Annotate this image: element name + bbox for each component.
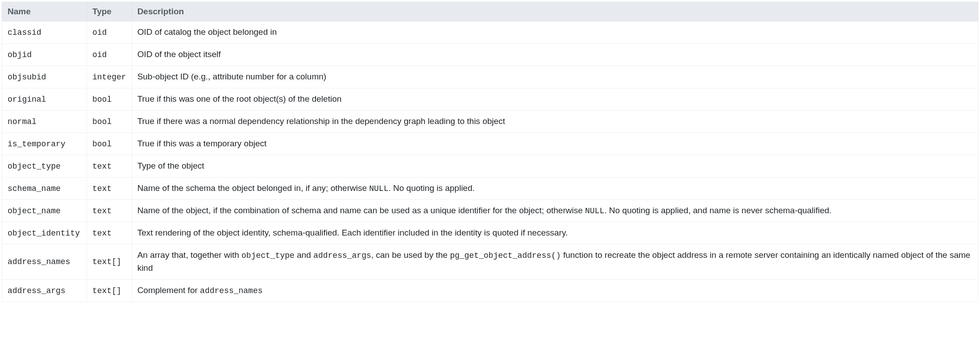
column-name-code: objid bbox=[8, 50, 32, 59]
column-type-code: text bbox=[92, 229, 112, 238]
column-type-code: text bbox=[92, 207, 112, 215]
cell-name: address_names bbox=[2, 244, 87, 280]
cell-description: An array that, together with object_type… bbox=[132, 244, 978, 280]
column-name-code: schema_name bbox=[8, 184, 61, 193]
cell-type: text bbox=[87, 155, 132, 178]
table-row: address_namestext[]An array that, togeth… bbox=[2, 244, 978, 280]
cell-name: address_args bbox=[2, 279, 87, 302]
description-text: Type of the object bbox=[137, 161, 204, 170]
columns-table: Name Type Description classidoidOID of c… bbox=[2, 2, 978, 302]
table-row: is_temporaryboolTrue if this was a tempo… bbox=[2, 133, 978, 155]
inline-code: NULL bbox=[585, 207, 604, 215]
description-text: Name of the object, if the combination o… bbox=[137, 206, 585, 215]
description-text: True if there was a normal dependency re… bbox=[137, 116, 505, 126]
column-type-code: text[] bbox=[92, 257, 121, 266]
inline-code: NULL bbox=[369, 184, 388, 193]
cell-type: bool bbox=[87, 111, 132, 133]
cell-description: True if this was a temporary object bbox=[132, 133, 978, 155]
header-name: Name bbox=[2, 2, 87, 21]
column-name-code: object_name bbox=[8, 207, 61, 215]
table-row: object_nametextName of the object, if th… bbox=[2, 200, 978, 222]
column-type-code: bool bbox=[92, 95, 112, 104]
cell-type: bool bbox=[87, 133, 132, 155]
column-type-code: text bbox=[92, 162, 112, 171]
cell-description: True if this was one of the root object(… bbox=[132, 88, 978, 111]
cell-description: True if there was a normal dependency re… bbox=[132, 111, 978, 133]
column-type-code: bool bbox=[92, 117, 112, 126]
column-type-code: oid bbox=[92, 50, 107, 59]
table-row: object_identitytextText rendering of the… bbox=[2, 222, 978, 244]
cell-name: is_temporary bbox=[2, 133, 87, 155]
cell-type: oid bbox=[87, 44, 132, 66]
cell-type: bool bbox=[87, 88, 132, 111]
table-row: objsubidintegerSub-object ID (e.g., attr… bbox=[2, 66, 978, 88]
cell-name: normal bbox=[2, 111, 87, 133]
table-row: originalboolTrue if this was one of the … bbox=[2, 88, 978, 111]
cell-type: text[] bbox=[87, 244, 132, 280]
header-description: Description bbox=[132, 2, 978, 21]
description-text: OID of the object itself bbox=[137, 50, 221, 59]
inline-code: pg_get_object_address() bbox=[450, 251, 561, 260]
cell-description: Name of the schema the object belonged i… bbox=[132, 178, 978, 200]
inline-code: address_names bbox=[200, 286, 262, 295]
column-type-code: oid bbox=[92, 28, 107, 37]
column-name-code: classid bbox=[8, 28, 42, 37]
cell-description: OID of the object itself bbox=[132, 44, 978, 66]
description-text: Name of the schema the object belonged i… bbox=[137, 183, 370, 193]
cell-name: object_identity bbox=[2, 222, 87, 244]
table-row: schema_nametextName of the schema the ob… bbox=[2, 178, 978, 200]
inline-code: address_args bbox=[313, 251, 371, 260]
cell-name: object_name bbox=[2, 200, 87, 222]
column-type-code: integer bbox=[92, 73, 126, 82]
description-text: . No quoting is applied, and name is nev… bbox=[604, 206, 831, 215]
cell-description: Complement for address_names bbox=[132, 279, 978, 302]
description-text: and bbox=[295, 250, 313, 260]
table-row: object_typetextType of the object bbox=[2, 155, 978, 178]
description-text: An array that, together with bbox=[137, 250, 241, 260]
cell-description: Name of the object, if the combination o… bbox=[132, 200, 978, 222]
column-name-code: address_names bbox=[8, 257, 70, 266]
cell-type: oid bbox=[87, 21, 132, 44]
cell-name: object_type bbox=[2, 155, 87, 178]
column-type-code: text[] bbox=[92, 286, 121, 295]
column-type-code: bool bbox=[92, 140, 112, 149]
cell-type: integer bbox=[87, 66, 132, 88]
column-name-code: original bbox=[8, 95, 46, 104]
description-text: Sub-object ID (e.g., attribute number fo… bbox=[137, 72, 326, 81]
table-row: objidoidOID of the object itself bbox=[2, 44, 978, 66]
column-name-code: object_type bbox=[8, 162, 61, 171]
column-name-code: normal bbox=[8, 117, 37, 126]
cell-description: Type of the object bbox=[132, 155, 978, 178]
description-text: OID of catalog the object belonged in bbox=[137, 27, 277, 37]
table-row: normalboolTrue if there was a normal dep… bbox=[2, 111, 978, 133]
description-text: Text rendering of the object identity, s… bbox=[137, 228, 568, 237]
description-text: True if this was one of the root object(… bbox=[137, 94, 342, 103]
description-text: , can be used by the bbox=[371, 250, 450, 260]
inline-code: object_type bbox=[241, 251, 295, 260]
cell-type: text bbox=[87, 200, 132, 222]
column-name-code: is_temporary bbox=[8, 140, 66, 149]
column-type-code: text bbox=[92, 184, 112, 193]
cell-name: schema_name bbox=[2, 178, 87, 200]
column-name-code: objsubid bbox=[8, 73, 46, 82]
description-text: True if this was a temporary object bbox=[137, 139, 267, 148]
description-text: Complement for bbox=[137, 285, 200, 295]
cell-description: Text rendering of the object identity, s… bbox=[132, 222, 978, 244]
cell-type: text bbox=[87, 222, 132, 244]
cell-type: text[] bbox=[87, 279, 132, 302]
column-name-code: address_args bbox=[8, 286, 66, 295]
table-header-row: Name Type Description bbox=[2, 2, 978, 21]
cell-name: original bbox=[2, 88, 87, 111]
description-text: . No quoting is applied. bbox=[388, 183, 474, 193]
table-row: classidoidOID of catalog the object belo… bbox=[2, 21, 978, 44]
cell-type: text bbox=[87, 178, 132, 200]
cell-name: objsubid bbox=[2, 66, 87, 88]
cell-description: Sub-object ID (e.g., attribute number fo… bbox=[132, 66, 978, 88]
column-name-code: object_identity bbox=[8, 229, 80, 238]
cell-name: objid bbox=[2, 44, 87, 66]
cell-name: classid bbox=[2, 21, 87, 44]
header-type: Type bbox=[87, 2, 132, 21]
cell-description: OID of catalog the object belonged in bbox=[132, 21, 978, 44]
table-row: address_argstext[]Complement for address… bbox=[2, 279, 978, 302]
